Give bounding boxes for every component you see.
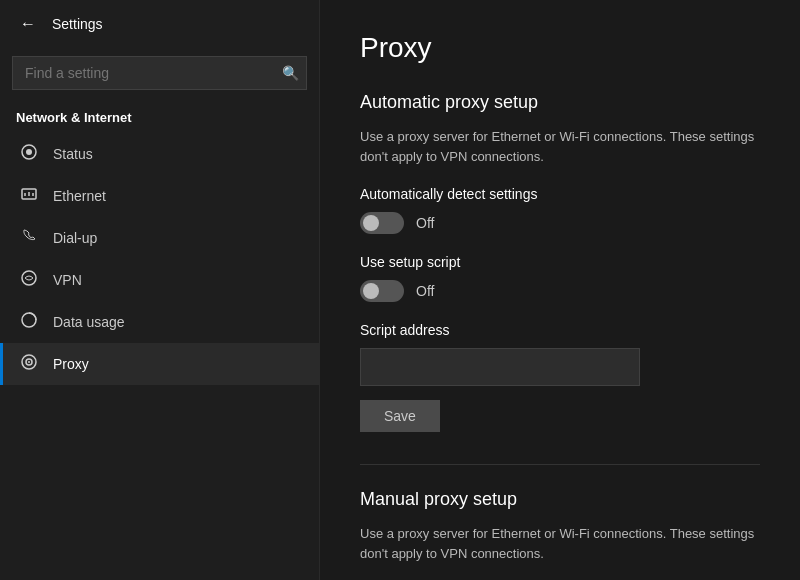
- svg-point-10: [28, 361, 30, 363]
- vpn-icon: [19, 269, 39, 291]
- script-address-label: Script address: [360, 322, 760, 338]
- sidebar: ← Settings 🔍 Network & Internet Status: [0, 0, 320, 580]
- auto-detect-toggle[interactable]: [360, 212, 404, 234]
- sidebar-item-dialup[interactable]: Dial-up: [0, 217, 319, 259]
- sidebar-nav: Status Ethernet Dial-up: [0, 133, 319, 385]
- page-title: Proxy: [360, 32, 760, 64]
- auto-detect-toggle-row: Off: [360, 212, 760, 234]
- setup-script-toggle[interactable]: [360, 280, 404, 302]
- sidebar-header: ← Settings: [0, 0, 319, 48]
- setup-script-toggle-text: Off: [416, 283, 434, 299]
- sidebar-item-vpn[interactable]: VPN: [0, 259, 319, 301]
- search-container: 🔍: [0, 48, 319, 102]
- svg-point-6: [22, 271, 36, 285]
- script-address-input[interactable]: [360, 348, 640, 386]
- save-button[interactable]: Save: [360, 400, 440, 432]
- data-usage-icon: [19, 311, 39, 333]
- network-section-label: Network & Internet: [0, 102, 319, 133]
- sidebar-item-proxy[interactable]: Proxy: [0, 343, 319, 385]
- sidebar-item-vpn-label: VPN: [53, 272, 82, 288]
- sidebar-item-ethernet-label: Ethernet: [53, 188, 106, 204]
- proxy-icon: [19, 353, 39, 375]
- app-title: Settings: [52, 16, 103, 32]
- sidebar-item-status[interactable]: Status: [0, 133, 319, 175]
- sidebar-item-proxy-label: Proxy: [53, 356, 89, 372]
- auto-detect-toggle-text: Off: [416, 215, 434, 231]
- sidebar-item-ethernet[interactable]: Ethernet: [0, 175, 319, 217]
- back-button[interactable]: ←: [16, 11, 40, 37]
- svg-point-1: [26, 149, 32, 155]
- manual-section-title: Manual proxy setup: [360, 489, 760, 510]
- status-icon: [19, 143, 39, 165]
- dialup-icon: [19, 227, 39, 249]
- setup-script-toggle-row: Off: [360, 280, 760, 302]
- sidebar-item-data-usage-label: Data usage: [53, 314, 125, 330]
- main-content: Proxy Automatic proxy setup Use a proxy …: [320, 0, 800, 580]
- sidebar-item-dialup-label: Dial-up: [53, 230, 97, 246]
- ethernet-icon: [19, 185, 39, 207]
- sidebar-item-data-usage[interactable]: Data usage: [0, 301, 319, 343]
- sidebar-item-status-label: Status: [53, 146, 93, 162]
- auto-detect-label: Automatically detect settings: [360, 186, 760, 202]
- search-wrapper: 🔍: [12, 56, 307, 90]
- automatic-section-title: Automatic proxy setup: [360, 92, 760, 113]
- automatic-section-description: Use a proxy server for Ethernet or Wi-Fi…: [360, 127, 760, 166]
- search-icon[interactable]: 🔍: [282, 65, 299, 81]
- section-divider: [360, 464, 760, 465]
- manual-section-description: Use a proxy server for Ethernet or Wi-Fi…: [360, 524, 760, 563]
- search-input[interactable]: [12, 56, 307, 90]
- setup-script-label: Use setup script: [360, 254, 760, 270]
